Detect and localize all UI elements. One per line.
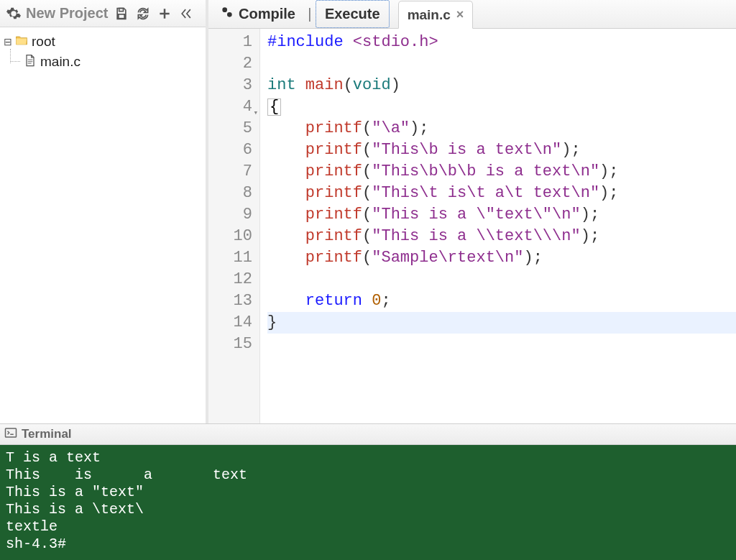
gears-icon: [220, 5, 234, 23]
terminal-icon: [4, 426, 17, 443]
tree-file-main[interactable]: main.c: [3, 52, 203, 72]
terminal-output[interactable]: T is a text This is a text This is a "te…: [0, 445, 736, 560]
svg-rect-1: [119, 14, 124, 18]
tab-main-c[interactable]: main.c ×: [398, 1, 474, 29]
tree-root[interactable]: ⊟ root: [3, 32, 203, 52]
svg-point-2: [222, 7, 227, 12]
terminal-title: Terminal: [22, 427, 72, 441]
sidebar-title: New Project: [26, 5, 108, 22]
execute-button[interactable]: Execute: [316, 0, 390, 28]
tree-file-label: main.c: [39, 54, 80, 70]
tab-filename: main.c: [408, 7, 451, 23]
execute-label: Execute: [325, 6, 380, 22]
code-editor[interactable]: 1234▾56789101112131415 #include <stdio.h…: [208, 29, 736, 423]
tree-toggle-icon[interactable]: ⊟: [3, 36, 13, 47]
close-icon[interactable]: ×: [456, 7, 464, 22]
sidebar: New Project ⊟: [0, 0, 208, 423]
terminal-header[interactable]: Terminal: [0, 423, 736, 445]
save-icon[interactable]: [112, 4, 131, 23]
file-icon: [23, 53, 37, 71]
code-area[interactable]: #include <stdio.h> int main(void) { prin…: [260, 29, 736, 423]
toolbar-separator: |: [305, 0, 314, 28]
sidebar-toolbar: New Project: [0, 0, 206, 27]
line-number-gutter: 1234▾56789101112131415: [208, 29, 260, 423]
tree-root-label: root: [30, 34, 55, 50]
refresh-icon[interactable]: [134, 4, 152, 23]
compile-button[interactable]: Compile: [211, 0, 304, 28]
file-tree: ⊟ root main.c: [0, 27, 206, 75]
main-toolbar: Compile | Execute main.c ×: [208, 0, 736, 29]
gear-icon[interactable]: [4, 4, 23, 23]
main-area: Compile | Execute main.c × 1234▾56789101…: [208, 0, 736, 423]
svg-rect-0: [119, 8, 124, 11]
svg-point-3: [227, 12, 232, 17]
add-icon[interactable]: [155, 4, 174, 23]
collapse-icon[interactable]: [177, 4, 196, 23]
folder-icon: [14, 33, 29, 51]
compile-label: Compile: [239, 6, 295, 22]
svg-rect-4: [6, 428, 17, 437]
